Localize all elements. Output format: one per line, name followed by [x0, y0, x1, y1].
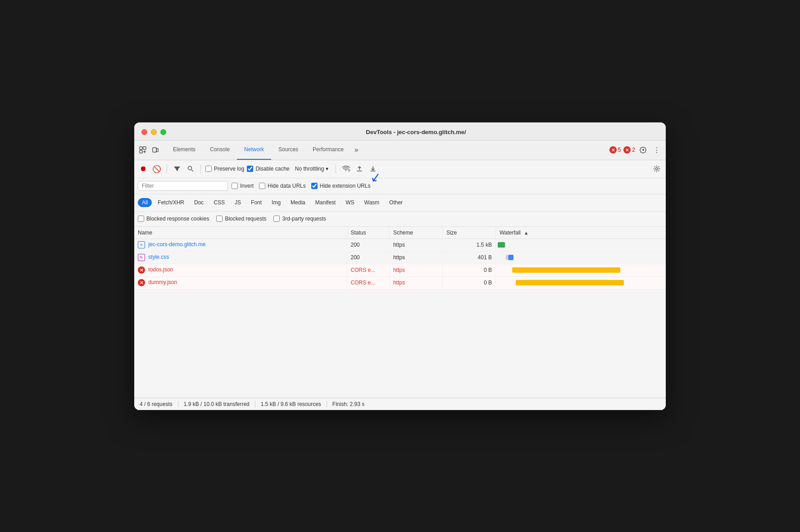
- title-bar: DevTools - jec-cors-demo.glitch.me/: [134, 122, 666, 140]
- tab-elements[interactable]: Elements: [166, 140, 203, 160]
- type-btn-media[interactable]: Media: [286, 198, 309, 207]
- row-name-3[interactable]: ✕ todos.json: [134, 264, 347, 276]
- blocked-cookies-text: Blocked response cookies: [146, 216, 209, 222]
- row-scheme-2: https: [389, 251, 442, 264]
- type-btn-all[interactable]: All: [138, 198, 152, 207]
- clear-button[interactable]: 🚫: [151, 163, 162, 174]
- type-btn-js[interactable]: JS: [231, 198, 245, 207]
- blocked-requests-label[interactable]: Blocked requests: [216, 216, 266, 222]
- hide-ext-checkbox[interactable]: [311, 183, 318, 189]
- col-header-name[interactable]: Name: [134, 227, 347, 239]
- blocked-requests-checkbox[interactable]: [216, 216, 223, 222]
- type-btn-doc[interactable]: Doc: [190, 198, 208, 207]
- preserve-log-label[interactable]: Preserve log: [205, 166, 244, 172]
- row-size-4: 0 B: [442, 276, 495, 289]
- upload-icon[interactable]: [354, 163, 365, 174]
- type-btn-wasm[interactable]: Wasm: [360, 198, 384, 207]
- table-row[interactable]: ✕ dummy.json CORS e... https 0 B: [134, 276, 666, 289]
- error-badge-2: ✕ 2: [623, 146, 635, 153]
- blocked-bar: Blocked response cookies Blocked request…: [134, 212, 666, 227]
- close-button[interactable]: [141, 129, 147, 135]
- third-party-label[interactable]: 3rd-party requests: [273, 216, 326, 222]
- invert-label[interactable]: Invert: [232, 183, 254, 189]
- disable-cache-checkbox[interactable]: [247, 166, 253, 172]
- record-button[interactable]: ⏺: [138, 163, 149, 174]
- settings-icon[interactable]: [638, 144, 649, 155]
- hide-data-label[interactable]: Hide data URLs: [259, 183, 306, 189]
- svg-text:⚙: ⚙: [348, 169, 350, 172]
- traffic-lights: [141, 129, 166, 135]
- waterfall-bar-2a: [506, 255, 508, 260]
- minimize-button[interactable]: [151, 129, 157, 135]
- download-icon[interactable]: [368, 163, 378, 174]
- row-name-1[interactable]: ≡ jec-cors-demo.glitch.me: [134, 239, 347, 251]
- hide-data-checkbox[interactable]: [259, 183, 265, 189]
- filter-button[interactable]: [172, 163, 182, 174]
- wifi-icon[interactable]: ⚙: [341, 163, 351, 174]
- type-btn-img[interactable]: Img: [268, 198, 285, 207]
- invert-text: Invert: [240, 183, 254, 189]
- toolbar: ⏺ 🚫 Preserve log Disable ca: [134, 160, 666, 178]
- search-button[interactable]: [185, 163, 196, 174]
- type-btn-other[interactable]: Other: [385, 198, 407, 207]
- tab-performance[interactable]: Performance: [305, 140, 351, 160]
- table-row[interactable]: ≡ jec-cors-demo.glitch.me 200 https 1.5 …: [134, 239, 666, 251]
- inspector-icon[interactable]: [138, 145, 148, 155]
- network-table-container[interactable]: Name Status Scheme Size Waterfall ▲ ≡: [134, 227, 666, 398]
- tab-sources[interactable]: Sources: [271, 140, 305, 160]
- error-count-1: 5: [618, 147, 621, 153]
- maximize-button[interactable]: [160, 129, 166, 135]
- toolbar-gear-icon[interactable]: [651, 163, 662, 174]
- invert-checkbox[interactable]: [232, 183, 238, 189]
- preserve-log-text: Preserve log: [214, 166, 244, 172]
- row-link-1[interactable]: jec-cors-demo.glitch.me: [148, 241, 205, 248]
- type-btn-css[interactable]: CSS: [209, 198, 229, 207]
- third-party-checkbox[interactable]: [273, 216, 280, 222]
- col-header-size[interactable]: Size: [442, 227, 495, 239]
- status-requests: 4 / 6 requests: [140, 401, 178, 407]
- blocked-cookies-checkbox[interactable]: [138, 216, 144, 222]
- error-icon-row-4: ✕: [138, 279, 145, 286]
- col-header-status[interactable]: Status: [347, 227, 389, 239]
- tab-console[interactable]: Console: [203, 140, 237, 160]
- row-status-1: 200: [347, 239, 389, 251]
- blocked-requests-text: Blocked requests: [225, 216, 266, 222]
- type-btn-fetch[interactable]: Fetch/XHR: [154, 198, 188, 207]
- throttle-select[interactable]: No throttling ▾: [292, 165, 332, 173]
- device-icon[interactable]: [150, 145, 160, 155]
- third-party-text: 3rd-party requests: [282, 216, 326, 222]
- col-header-scheme[interactable]: Scheme: [389, 227, 442, 239]
- type-btn-ws[interactable]: WS: [341, 198, 358, 207]
- row-link-2[interactable]: style.css: [148, 254, 169, 260]
- row-waterfall-1: [495, 239, 666, 251]
- hide-ext-label[interactable]: Hide extension URLs: [311, 183, 371, 189]
- waterfall-bar-4: [516, 280, 624, 285]
- error-icon-row-3: ✕: [138, 266, 145, 274]
- type-btn-manifest[interactable]: Manifest: [311, 198, 340, 207]
- status-resources: 1.5 kB / 9.6 kB resources: [255, 401, 327, 407]
- row-waterfall-3: [495, 264, 666, 276]
- row-name-2[interactable]: ✎ style.css: [134, 251, 347, 264]
- blocked-cookies-label[interactable]: Blocked response cookies: [138, 216, 209, 222]
- row-link-4[interactable]: dummy.json: [148, 279, 177, 285]
- row-name-4[interactable]: ✕ dummy.json: [134, 276, 347, 289]
- svg-rect-1: [143, 147, 146, 149]
- type-btn-font[interactable]: Font: [247, 198, 266, 207]
- row-status-2: 200: [347, 251, 389, 264]
- col-header-waterfall[interactable]: Waterfall ▲: [495, 227, 666, 239]
- svg-rect-3: [153, 148, 156, 152]
- table-row[interactable]: ✎ style.css 200 https 401 B: [134, 251, 666, 264]
- filter-input[interactable]: [138, 181, 228, 191]
- row-link-3[interactable]: todos.json: [148, 266, 173, 273]
- preserve-log-checkbox[interactable]: [205, 166, 212, 172]
- type-filter: All Fetch/XHR Doc CSS JS Font Img Media …: [134, 194, 666, 212]
- tab-network[interactable]: Network: [237, 140, 271, 160]
- disable-cache-label[interactable]: Disable cache: [247, 166, 289, 172]
- hide-ext-text: Hide extension URLs: [320, 183, 371, 189]
- more-icon[interactable]: ⋮: [651, 144, 662, 155]
- doc-icon: ≡: [138, 241, 145, 248]
- table-row[interactable]: ✕ todos.json CORS e... https 0 B: [134, 264, 666, 276]
- filter-checks: Invert Hide data URLs Hide extension URL…: [232, 183, 370, 189]
- network-table: Name Status Scheme Size Waterfall ▲ ≡: [134, 227, 666, 289]
- tab-overflow[interactable]: »: [351, 140, 362, 160]
